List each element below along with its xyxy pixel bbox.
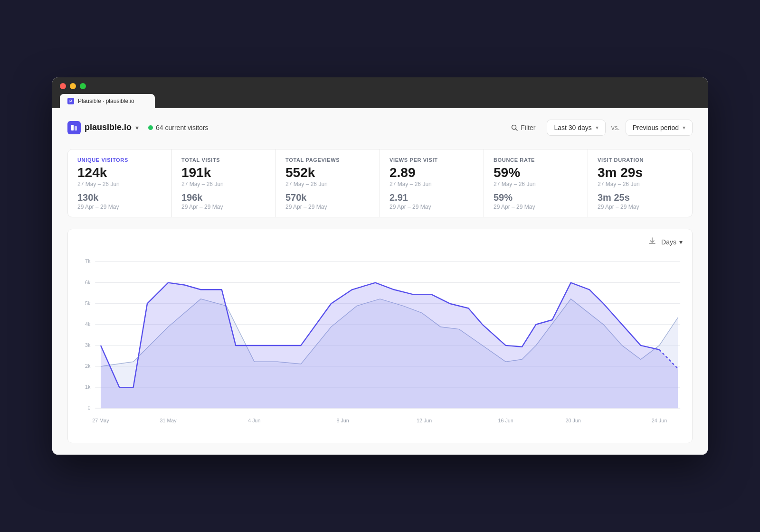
browser-chrome: P Plausible · plausible.io xyxy=(52,77,708,108)
svg-rect-1 xyxy=(75,126,77,131)
stat-card-visit-duration[interactable]: VISIT DURATION 3m 29s 27 May – 26 Jun 3m… xyxy=(588,149,692,217)
compare-dropdown[interactable]: Previous period ▾ xyxy=(626,120,693,136)
chart-container: Days ▾ 7k 6k 5k 4k 3k 2k 1k 0 xyxy=(67,229,693,443)
stat-label: BOUNCE RATE xyxy=(494,157,578,163)
chevron-down-icon-compare: ▾ xyxy=(683,124,685,131)
stat-label: TOTAL VISITS xyxy=(181,157,266,163)
x-label-20jun: 20 Jun xyxy=(566,418,581,423)
x-label-16jun: 16 Jun xyxy=(498,418,513,423)
stat-label: VISIT DURATION xyxy=(598,157,683,163)
stat-current-period: 27 May – 26 Jun xyxy=(390,181,474,187)
stat-current-period: 27 May – 26 Jun xyxy=(77,181,162,187)
stat-current-value: 124k xyxy=(77,166,162,180)
y-label-6k: 6k xyxy=(85,280,91,285)
logo-icon xyxy=(67,121,81,134)
stat-label: VIEWS PER VISIT xyxy=(390,157,474,163)
stat-current-period: 27 May – 26 Jun xyxy=(598,181,683,187)
stat-current-period: 27 May – 26 Jun xyxy=(181,181,266,187)
stat-prev-value: 130k xyxy=(77,192,162,203)
stat-label: TOTAL PAGEVIEWS xyxy=(285,157,370,163)
maximize-button[interactable] xyxy=(80,83,86,89)
interval-label: Days xyxy=(661,238,676,246)
current-period-area xyxy=(101,283,678,409)
stat-prev-period: 29 Apr – 29 May xyxy=(598,204,683,210)
stat-prev-value: 2.91 xyxy=(390,192,474,203)
y-label-2k: 2k xyxy=(85,363,91,369)
stat-current-period: 27 May – 26 Jun xyxy=(494,181,578,187)
stat-current-value: 2.89 xyxy=(390,166,474,180)
app-content: plausible.io ▾ 64 current visitors Filte… xyxy=(52,108,708,455)
stat-current-value: 191k xyxy=(181,166,266,180)
compare-label: Previous period xyxy=(633,124,679,131)
stat-prev-period: 29 Apr – 29 May xyxy=(285,204,370,210)
stat-card-total-visits[interactable]: TOTAL VISITS 191k 27 May – 26 Jun 196k 2… xyxy=(172,149,276,217)
stat-prev-period: 29 Apr – 29 May xyxy=(77,204,162,210)
stat-label: UNIQUE VISITORS xyxy=(77,157,162,163)
logo-area[interactable]: plausible.io ▾ xyxy=(67,121,139,134)
x-label-31may: 31 May xyxy=(160,418,177,423)
stats-row: UNIQUE VISITORS 124k 27 May – 26 Jun 130… xyxy=(67,149,693,218)
traffic-lights xyxy=(60,83,700,89)
visitors-dot xyxy=(148,125,153,130)
download-icon xyxy=(648,237,656,245)
header-left: plausible.io ▾ 64 current visitors xyxy=(67,121,209,134)
chart-toolbar: Days ▾ xyxy=(77,237,683,247)
vs-label: vs. xyxy=(611,124,620,131)
y-label-3k: 3k xyxy=(85,342,91,348)
stat-prev-period: 29 Apr – 29 May xyxy=(181,204,266,210)
chevron-down-icon-interval: ▾ xyxy=(679,238,683,246)
x-label-12jun: 12 Jun xyxy=(417,418,432,423)
tab-title: Plausible · plausible.io xyxy=(78,98,134,104)
browser-tab[interactable]: P Plausible · plausible.io xyxy=(60,94,155,108)
stat-prev-period: 29 Apr – 29 May xyxy=(390,204,474,210)
y-label-5k: 5k xyxy=(85,300,91,306)
search-icon xyxy=(511,124,518,131)
visitors-badge: 64 current visitors xyxy=(148,124,208,131)
chart-wrapper: 7k 6k 5k 4k 3k 2k 1k 0 xyxy=(77,253,683,433)
stat-card-total-pageviews[interactable]: TOTAL PAGEVIEWS 552k 27 May – 26 Jun 570… xyxy=(276,149,380,217)
visitors-count: 64 current visitors xyxy=(156,124,208,131)
header: plausible.io ▾ 64 current visitors Filte… xyxy=(67,120,693,136)
x-label-24jun: 24 Jun xyxy=(652,418,667,423)
download-button[interactable] xyxy=(648,237,656,247)
date-range-dropdown[interactable]: Last 30 days ▾ xyxy=(547,120,605,136)
stat-card-views-per-visit[interactable]: VIEWS PER VISIT 2.89 27 May – 26 Jun 2.9… xyxy=(380,149,484,217)
filter-button[interactable]: Filter xyxy=(505,120,541,135)
tab-favicon: P xyxy=(67,98,74,104)
svg-rect-0 xyxy=(71,125,74,131)
logo-chevron-icon: ▾ xyxy=(135,124,139,131)
stat-current-value: 552k xyxy=(285,166,370,180)
stat-card-unique-visitors[interactable]: UNIQUE VISITORS 124k 27 May – 26 Jun 130… xyxy=(68,149,172,217)
tab-bar: P Plausible · plausible.io xyxy=(60,94,700,108)
stat-prev-value: 570k xyxy=(285,192,370,203)
filter-label: Filter xyxy=(521,124,535,131)
chevron-down-icon: ▾ xyxy=(596,124,598,131)
browser-window: P Plausible · plausible.io plausible.io xyxy=(52,77,708,455)
minimize-button[interactable] xyxy=(70,83,76,89)
stat-prev-period: 29 Apr – 29 May xyxy=(494,204,578,210)
x-label-8jun: 8 Jun xyxy=(336,418,349,423)
interval-dropdown[interactable]: Days ▾ xyxy=(661,238,683,246)
y-label-0: 0 xyxy=(87,405,90,411)
stat-prev-value: 196k xyxy=(181,192,266,203)
stat-card-bounce-rate[interactable]: BOUNCE RATE 59% 27 May – 26 Jun 59% 29 A… xyxy=(484,149,588,217)
stat-prev-value: 59% xyxy=(494,192,578,203)
x-label-4jun: 4 Jun xyxy=(248,418,260,423)
header-right: Filter Last 30 days ▾ vs. Previous perio… xyxy=(505,120,693,136)
stat-prev-value: 3m 25s xyxy=(598,192,683,203)
date-range-label: Last 30 days xyxy=(554,124,591,131)
stat-current-value: 3m 29s xyxy=(598,166,683,180)
chart-svg: 7k 6k 5k 4k 3k 2k 1k 0 xyxy=(77,253,683,433)
logo-text: plausible.io xyxy=(85,122,132,132)
y-label-1k: 1k xyxy=(85,384,91,390)
svg-line-3 xyxy=(516,129,518,131)
stat-current-value: 59% xyxy=(494,166,578,180)
y-label-4k: 4k xyxy=(85,321,91,327)
close-button[interactable] xyxy=(60,83,66,89)
x-label-27may: 27 May xyxy=(92,418,109,423)
stat-current-period: 27 May – 26 Jun xyxy=(285,181,370,187)
y-label-7k: 7k xyxy=(85,259,91,264)
